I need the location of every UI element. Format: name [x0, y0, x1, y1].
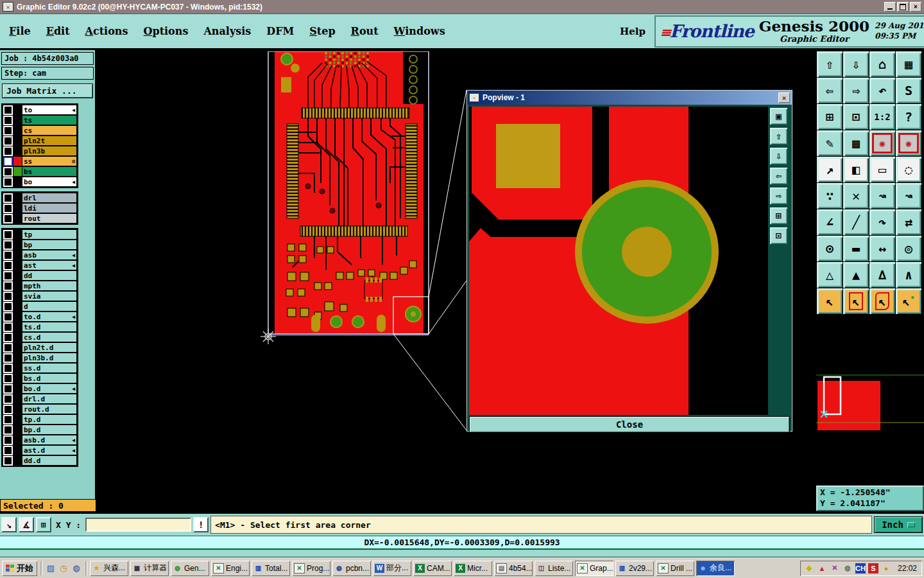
layer-row-asb[interactable]: asb◀	[3, 250, 77, 260]
delete-object-button[interactable]: ✕	[843, 183, 869, 209]
layer-checkbox-pln3b.d[interactable]	[3, 353, 13, 363]
layer-label-to.d[interactable]: to.d◀	[22, 311, 77, 322]
layer-swatch-bs.d[interactable]	[13, 374, 22, 383]
popview-pan-left-button[interactable]: ⇦	[770, 168, 787, 184]
layer-row-tp[interactable]: tp	[3, 229, 77, 240]
task-button-10[interactable]: XMicr...	[454, 561, 492, 576]
zoom-out-button[interactable]: ⇩	[843, 51, 869, 77]
layer-row-pln3b.d[interactable]: pln3b.d	[3, 353, 77, 363]
layer-row-pln2t[interactable]: pln2t	[3, 136, 77, 146]
popview-pan-right-button[interactable]: ⇨	[770, 188, 787, 204]
quicklaunch-editor[interactable]: ▨	[45, 563, 56, 574]
layer-label-drl.d[interactable]: drl.d	[22, 394, 77, 404]
layer-checkbox-ss.d[interactable]	[3, 363, 13, 373]
task-button-2[interactable]: ▦计算器	[130, 561, 169, 576]
layer-checkbox-rout[interactable]	[3, 214, 13, 223]
tray-misc-icon[interactable]: ●	[881, 563, 891, 574]
layer-swatch-ts[interactable]	[13, 116, 22, 125]
center-view-button[interactable]: ⊡	[843, 104, 869, 130]
close-button[interactable]: ×	[910, 2, 921, 12]
layer-row-dd.d[interactable]: dd.d	[3, 455, 77, 466]
task-button-6[interactable]: ✕Prog...	[292, 561, 330, 576]
measure-distance-button[interactable]: ↔	[869, 236, 895, 261]
layer-swatch-pln3b.d[interactable]	[13, 353, 22, 362]
alert-button[interactable]: !	[193, 517, 209, 532]
layer-swatch-ss[interactable]	[13, 157, 22, 166]
layer-swatch-pln2t.d[interactable]	[13, 343, 22, 352]
layer-row-rout[interactable]: rout	[3, 213, 77, 223]
task-button-12[interactable]: ◫Liste...	[535, 561, 573, 576]
units-button[interactable]: Inch	[874, 516, 923, 533]
task-button-15[interactable]: ✕Drill ...	[656, 561, 694, 576]
layer-label-svia[interactable]: svia	[22, 291, 77, 301]
fillet-mode-1-button[interactable]: △	[817, 262, 843, 288]
layer-row-ast[interactable]: ast◀	[3, 260, 77, 270]
layer-row-ast.d[interactable]: ast.d◀	[3, 445, 77, 455]
layer-checkbox-tp[interactable]	[3, 230, 13, 240]
layer-label-pln2t.d[interactable]: pln2t.d	[22, 342, 77, 353]
display-profile-a-button[interactable]: ◉	[869, 130, 895, 156]
layer-checkbox-dd[interactable]	[3, 271, 13, 281]
layer-checkbox-asb.d[interactable]	[3, 435, 13, 445]
transform-shape-button[interactable]: ◧	[843, 157, 869, 182]
layer-checkbox-pln2t[interactable]	[3, 136, 13, 146]
layer-swatch-mpth[interactable]	[13, 281, 22, 290]
layer-checkbox-to.d[interactable]	[3, 312, 13, 322]
popview-close-button[interactable]: Close	[469, 416, 790, 433]
layer-swatch-drl[interactable]	[13, 193, 22, 202]
layer-row-mpth[interactable]: mpth	[3, 281, 77, 291]
help-query-button[interactable]: ?	[896, 104, 921, 130]
layer-row-cs[interactable]: cs	[3, 125, 77, 136]
layer-row-pln3b[interactable]: pln3b	[3, 146, 77, 156]
layer-checkbox-drl.d[interactable]	[3, 394, 13, 404]
fit-view-button[interactable]: ⊞	[817, 104, 843, 130]
layer-row-d[interactable]: d	[3, 301, 77, 311]
layer-label-bs[interactable]: bs	[22, 166, 77, 177]
layer-row-bp[interactable]: bp	[3, 240, 77, 250]
layer-label-bs.d[interactable]: bs.d	[22, 373, 77, 383]
restore-button[interactable]	[897, 2, 909, 12]
layer-row-cs.d[interactable]: cs.d	[3, 332, 77, 342]
layer-label-ss.d[interactable]: ss.d	[22, 363, 77, 373]
home-view-button[interactable]: ⌂	[869, 51, 895, 77]
layer-row-pln2t.d[interactable]: pln2t.d	[3, 342, 77, 353]
measure-slope-button[interactable]: ╱	[843, 209, 869, 235]
select-frame-button[interactable]: ↖	[843, 288, 869, 314]
layer-row-asb.d[interactable]: asb.d◀	[3, 435, 77, 445]
zoom-in-button[interactable]: ⇧	[817, 51, 843, 77]
layer-label-bo[interactable]: bo◀	[22, 177, 77, 187]
select-reference-button[interactable]: ◌	[896, 157, 921, 182]
measure-angle-button[interactable]: ∠	[817, 209, 843, 235]
quicklaunch-globe[interactable]: ◍	[71, 563, 82, 574]
previous-view-button[interactable]: ↶	[869, 78, 895, 103]
layer-row-drl[interactable]: drl	[3, 193, 77, 203]
job-matrix-button[interactable]: Job Matrix ...	[2, 83, 93, 98]
layer-label-ast[interactable]: ast◀	[22, 260, 77, 270]
layer-swatch-d[interactable]	[13, 302, 22, 311]
view-left-button[interactable]: ⇦	[817, 78, 843, 103]
layer-checkbox-drl[interactable]	[3, 193, 13, 203]
menu-help[interactable]: Help	[620, 26, 646, 37]
fillet-mode-4-button[interactable]: ∧	[896, 262, 921, 288]
layer-swatch-ts.d[interactable]	[13, 322, 22, 331]
layer-label-cs.d[interactable]: cs.d	[22, 332, 77, 342]
pad-swap-button[interactable]: ↝	[896, 183, 921, 209]
display-profile-b-button[interactable]: ◉	[896, 130, 921, 156]
title-bar[interactable]: ✕ Graphic Editor 9.02c2 (00@HY-HYCAM-PC0…	[0, 0, 924, 14]
popview-window[interactable]: ✕ Popview - 1 ✕ ▣⇧⇩⇦⇨⊞⊡ Close	[466, 90, 792, 432]
layer-label-pln3b[interactable]: pln3b	[22, 146, 77, 156]
popview-zoom-in-button[interactable]: ⇧	[770, 128, 787, 144]
menu-file[interactable]: File	[9, 25, 31, 37]
quicklaunch-clock[interactable]: ◷	[58, 563, 69, 574]
rotate-object-button[interactable]: ↷	[869, 209, 895, 235]
move-selection-button[interactable]: ↗	[817, 157, 843, 182]
layer-row-ts[interactable]: ts	[3, 115, 77, 125]
menu-options[interactable]: Options	[144, 25, 189, 37]
layer-row-bs[interactable]: bs	[3, 166, 77, 177]
layer-row-to.d[interactable]: to.d◀	[3, 311, 77, 322]
windows-xy-button[interactable]: ▦	[896, 51, 921, 77]
layer-checkbox-cs.d[interactable]	[3, 333, 13, 342]
layer-checkbox-ss[interactable]	[3, 157, 13, 166]
layer-row-ss.d[interactable]: ss.d	[3, 363, 77, 373]
fillet-mode-2-button[interactable]: ▲	[843, 262, 869, 288]
